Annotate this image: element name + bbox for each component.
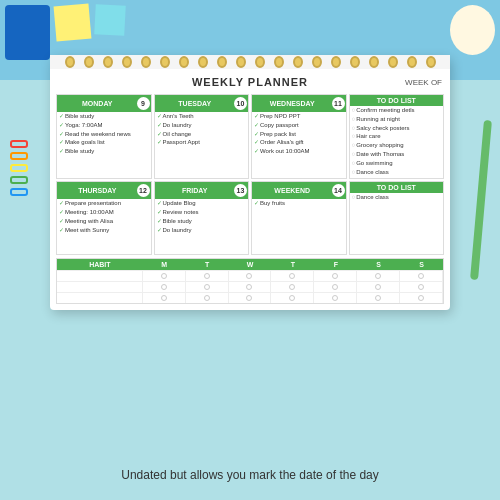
habit-row: [57, 270, 443, 281]
spiral-loop: [407, 56, 417, 68]
habit-check-cell[interactable]: [143, 271, 186, 281]
habit-check-cell[interactable]: [143, 282, 186, 292]
habit-check-cell[interactable]: [186, 293, 229, 303]
friday-column: FRIDAY 13 ✓Update Blog ✓Review notes ✓Bi…: [154, 181, 250, 255]
weekend-column: WEEKEND 14 ✓Buy fruits: [251, 181, 347, 255]
weekend-header: WEEKEND 14: [252, 182, 346, 199]
top-grid: MONDAY 9 ✓Bible study ✓Yoga: 7:00AM ✓Rea…: [56, 94, 444, 179]
week-of-label: WEEK OF: [382, 78, 442, 87]
spiral-loop: [217, 56, 227, 68]
task-item: ○Hair care: [352, 133, 442, 141]
habit-check-cell[interactable]: [271, 293, 314, 303]
friday-header: FRIDAY 13: [155, 182, 249, 199]
habit-check-cell[interactable]: [400, 293, 443, 303]
task-item: ○Date with Thomas: [352, 151, 442, 159]
habit-label: HABIT: [57, 259, 143, 270]
friday-tasks: ✓Update Blog ✓Review notes ✓Bible study …: [155, 199, 249, 254]
bottom-caption: Undated but allows you mark the date of …: [0, 468, 500, 482]
task-item: ✓Oil change: [157, 131, 247, 139]
habit-check-cell[interactable]: [357, 271, 400, 281]
planner-title: WEEKLY PLANNER: [192, 74, 308, 90]
habit-name-cell: [57, 293, 143, 303]
thursday-column: THURSDAY 12 ✓Prepare presentation ✓Meeti…: [56, 181, 152, 255]
habit-day-w: W: [229, 259, 272, 270]
habit-check-cell[interactable]: [229, 271, 272, 281]
spiral-loop: [65, 56, 75, 68]
habit-header: HABIT M T W T F S S: [57, 259, 443, 270]
monday-header: MONDAY 9: [57, 95, 151, 112]
task-item: ✓Copy passport: [254, 122, 344, 130]
spiral-loop: [312, 56, 322, 68]
spiral-loop: [103, 56, 113, 68]
habit-check-cell[interactable]: [186, 271, 229, 281]
habit-check-cell[interactable]: [357, 282, 400, 292]
task-item: ○Confirm meeting detls: [352, 107, 442, 115]
spiral-loop: [122, 56, 132, 68]
task-item: ○Go swimming: [352, 160, 442, 168]
task-item: ✓Buy fruits: [254, 200, 344, 208]
planner-content: WEEKLY PLANNER WEEK OF MONDAY 9 ✓Bible s…: [50, 69, 450, 310]
task-item: ○Dance class: [352, 169, 442, 177]
tuesday-header: TUESDAY 10: [155, 95, 249, 112]
task-item: ✓Work out 10:00AM: [254, 148, 344, 156]
todo-tasks: ○Confirm meeting detls ○Running at night…: [350, 106, 444, 178]
monday-column: MONDAY 9 ✓Bible study ✓Yoga: 7:00AM ✓Rea…: [56, 94, 152, 179]
paper-clips-decoration: [10, 140, 28, 196]
habit-check-cell[interactable]: [400, 271, 443, 281]
task-item: ✓Review notes: [157, 209, 247, 217]
habit-day-m: M: [143, 259, 186, 270]
habit-check-cell[interactable]: [314, 282, 357, 292]
task-item: ✓Do laundry: [157, 227, 247, 235]
spiral-loop: [388, 56, 398, 68]
spiral-loop: [274, 56, 284, 68]
task-item: ○Running at night: [352, 116, 442, 124]
habit-check-cell[interactable]: [314, 293, 357, 303]
todo2-tasks: ○Dance class: [350, 193, 444, 248]
spiral-loop: [369, 56, 379, 68]
todo2-header: TO DO LIST: [350, 182, 444, 193]
wednesday-tasks: ✓Prep NPD PPT ✓Copy passport ✓Prep pack …: [252, 112, 346, 167]
habit-check-cell[interactable]: [186, 282, 229, 292]
scene: WEEKLY PLANNER WEEK OF MONDAY 9 ✓Bible s…: [0, 0, 500, 500]
spiral-loop: [198, 56, 208, 68]
spiral-loop: [84, 56, 94, 68]
task-item: ✓Meeting: 10:00AM: [59, 209, 149, 217]
habit-check-cell[interactable]: [314, 271, 357, 281]
task-item: ✓Bible study: [59, 113, 149, 121]
task-item: ✓Ann's Teeth: [157, 113, 247, 121]
coffee-cup-decoration: [450, 5, 495, 55]
habit-rows: [57, 270, 443, 303]
task-item: ✓Update Blog: [157, 200, 247, 208]
habit-day-t: T: [186, 259, 229, 270]
task-item: ○Dance class: [352, 194, 442, 202]
task-item: ✓Meeting with Alisa: [59, 218, 149, 226]
habit-day-th: T: [271, 259, 314, 270]
habit-check-cell[interactable]: [271, 271, 314, 281]
task-item: ✓Yoga: 7:00AM: [59, 122, 149, 130]
wednesday-header: WEDNESDAY 11: [252, 95, 346, 112]
spiral-loop: [255, 56, 265, 68]
todo-header: TO DO LIST: [350, 95, 444, 106]
habit-check-cell[interactable]: [400, 282, 443, 292]
weekend-tasks: ✓Buy fruits: [252, 199, 346, 254]
habit-check-cell[interactable]: [229, 293, 272, 303]
tuesday-column: TUESDAY 10 ✓Ann's Teeth ✓Do laundry ✓Oil…: [154, 94, 250, 179]
task-item: ✓Prepare presentation: [59, 200, 149, 208]
habit-check-cell[interactable]: [357, 293, 400, 303]
habit-check-cell[interactable]: [271, 282, 314, 292]
todo-column: TO DO LIST ○Confirm meeting detls ○Runni…: [349, 94, 445, 179]
thursday-header: THURSDAY 12: [57, 182, 151, 199]
spiral-loop: [141, 56, 151, 68]
habit-day-s2: S: [400, 259, 443, 270]
calculator-decoration: [5, 5, 50, 60]
spiral-binding: [50, 55, 450, 69]
task-item: ✓Meet with Sunny: [59, 227, 149, 235]
spiral-loop: [293, 56, 303, 68]
habit-check-cell[interactable]: [143, 293, 186, 303]
habit-check-cell[interactable]: [229, 282, 272, 292]
thursday-tasks: ✓Prepare presentation ✓Meeting: 10:00AM …: [57, 199, 151, 254]
monday-tasks: ✓Bible study ✓Yoga: 7:00AM ✓Read the wee…: [57, 112, 151, 167]
todo2-column: TO DO LIST ○Dance class: [349, 181, 445, 255]
pen-decoration: [470, 120, 492, 280]
spiral-loop: [160, 56, 170, 68]
